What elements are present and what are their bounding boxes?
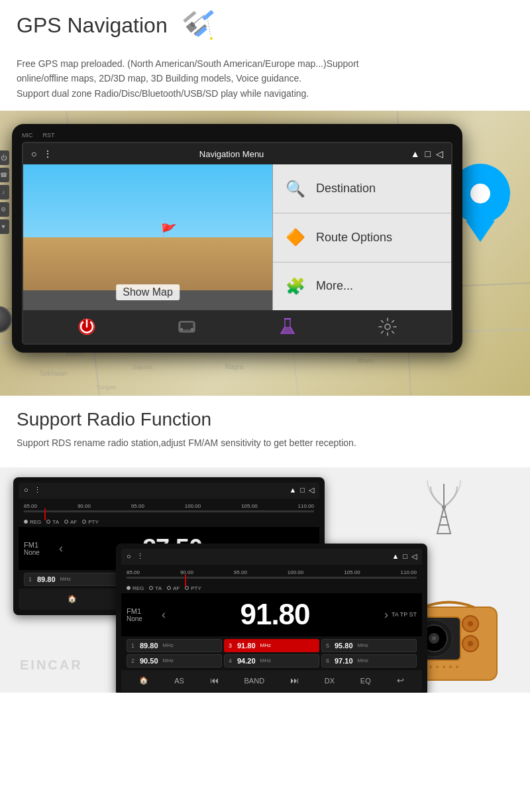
radio-unit-2: ○ ⋮ ▲ □ ◁ 85.00 90.00 95.00 100.00 — [116, 544, 427, 693]
svg-marker-31 — [437, 507, 450, 534]
gps-title: GPS Navigation — [17, 13, 168, 38]
svg-rect-1 — [183, 11, 196, 23]
r-circle-icon-2[interactable]: ○ — [127, 552, 131, 561]
freq2-label-85: 85.00 — [127, 569, 140, 575]
radio-description: Support RDS rename radio station,adjust … — [17, 435, 513, 450]
band-toolbar-btn[interactable]: BAND — [240, 675, 269, 686]
map-view[interactable]: 🚩 Show Map — [23, 164, 272, 310]
freq2-label-110: 110.00 — [400, 569, 416, 575]
svg-point-49 — [429, 666, 432, 668]
freq-label-85: 85.00 — [24, 503, 37, 509]
freq-label-110: 110.00 — [297, 503, 313, 509]
eincar-watermark-radio: EINCAR — [20, 658, 83, 673]
circle-nav-icon[interactable]: ○ — [31, 148, 36, 159]
more-icon: 🧩 — [283, 274, 308, 299]
eq-toolbar-btn[interactable]: EQ — [356, 675, 375, 686]
power-toolbar-icon[interactable] — [74, 314, 99, 339]
destination-label: Destination — [316, 182, 376, 196]
preset2-4-btn[interactable]: 4 94.20 MHz — [224, 654, 319, 667]
rst-label: RST — [43, 132, 55, 139]
more-label: More... — [316, 279, 353, 293]
gps-nav-bar: ○ ⋮ Navigation Menu ▲ □ ◁ — [23, 143, 451, 164]
more-menu-item[interactable]: 🧩 More... — [273, 262, 451, 311]
skip-fwd-btn[interactable]: ⏭ — [286, 674, 303, 687]
signal-tower-icon — [417, 477, 470, 540]
freq-marker-2 — [185, 575, 186, 587]
freq-bar-2: 85.00 90.00 95.00 100.00 105.00 110.00 — [121, 565, 422, 583]
r-menu-icon-2[interactable]: ⋮ — [136, 552, 144, 561]
return-btn[interactable]: ↩ — [393, 674, 408, 687]
svg-point-42 — [432, 636, 436, 640]
route-options-menu-item[interactable]: 🔶 Route Options — [273, 213, 451, 262]
freq-marker-1 — [44, 508, 46, 520]
destination-menu-item[interactable]: 🔍 Destination — [273, 164, 451, 213]
svg-point-8 — [210, 37, 213, 40]
preset2-5-btn[interactable]: 5 95.80 MHz — [321, 639, 417, 652]
r-circle-icon-1[interactable]: ○ — [24, 486, 28, 494]
r-triangle-icon-2[interactable]: ▲ — [392, 552, 399, 561]
back-nav-icon[interactable]: ◁ — [436, 148, 443, 159]
nav-title: Navigation Menu — [52, 149, 410, 159]
car-unit-gps: MIC RST ⏻ ☎ ♪ ⚙ ▼ ○ ⋮ Navigation Menu — [12, 124, 462, 353]
svg-point-44 — [468, 621, 473, 626]
freq2-label-90: 90.00 — [180, 569, 193, 575]
r-square-icon-1[interactable]: □ — [300, 486, 305, 494]
fm-tags-2: TA TP ST — [392, 611, 417, 618]
menu-nav-icon[interactable]: ⋮ — [43, 148, 52, 159]
svg-line-4 — [193, 15, 204, 25]
r-square-icon-2[interactable]: □ — [403, 552, 407, 561]
car-toolbar-icon[interactable] — [174, 314, 199, 339]
radio-options-2: REG TA AF PTY — [121, 583, 422, 593]
square-nav-icon[interactable]: □ — [425, 148, 431, 159]
freq-label-95: 95.00 — [131, 503, 144, 509]
r-back-icon-1[interactable]: ◁ — [309, 486, 314, 494]
preset2-1-btn[interactable]: 1 89.80 MHz — [127, 639, 222, 652]
preset2-3-btn[interactable]: 3 91.80 MHz — [224, 639, 319, 652]
skip-back-btn-2[interactable]: ⏮ — [206, 674, 223, 687]
r-back-icon-2[interactable]: ◁ — [411, 552, 417, 561]
r-menu-icon-1[interactable]: ⋮ — [34, 486, 41, 494]
home-toolbar-btn-1[interactable]: 🏠 — [64, 593, 81, 605]
freq-scale-1 — [24, 510, 314, 512]
mic-label: MIC — [22, 132, 33, 139]
home-toolbar-btn-2[interactable]: 🏠 — [135, 675, 152, 686]
gps-screen: ○ ⋮ Navigation Menu ▲ □ ◁ — [22, 142, 452, 345]
map-sky — [23, 164, 272, 237]
svg-rect-27 — [180, 328, 183, 331]
as-toolbar-btn-2[interactable]: AS — [170, 675, 188, 686]
fm-next-2[interactable]: › — [384, 608, 388, 622]
svg-point-36 — [442, 505, 446, 509]
svg-text:Sajuma: Sajuma — [132, 364, 153, 371]
preset2-2-btn[interactable]: 2 90.50 MHz — [127, 654, 222, 667]
freq2-label-100: 100.00 — [288, 569, 303, 575]
destination-icon: 🔍 — [283, 176, 308, 202]
svg-point-53 — [456, 666, 458, 668]
triangle-nav-icon[interactable]: ▲ — [411, 148, 420, 159]
freq2-label-105: 105.00 — [344, 569, 360, 575]
dx-toolbar-btn[interactable]: DX — [321, 675, 339, 686]
preset2-6-btn[interactable]: 6 97.10 MHz — [321, 654, 417, 667]
arrow-side-icon: ▼ — [1, 223, 7, 230]
settings-toolbar-icon[interactable] — [375, 314, 400, 339]
fm-prev-2[interactable]: ‹ — [162, 608, 166, 622]
svg-point-46 — [468, 641, 473, 646]
gps-description: Free GPS map preloaded. (North American/… — [17, 56, 513, 101]
svg-line-7 — [207, 18, 211, 36]
svg-text:Nagra: Nagra — [225, 363, 244, 371]
screen-toolbar — [23, 310, 451, 343]
show-map-button[interactable]: Show Map — [116, 284, 180, 300]
map-background-section: Sekhwan Kanho Sajuma Tungan Gagarpur Nag… — [0, 111, 530, 396]
freq-label-100: 100.00 — [185, 503, 201, 509]
preset-grid-2: 1 89.80 MHz 3 91.80 MHz 5 95.80 MHz 2 90… — [121, 636, 422, 670]
settings-side-icon: ⚙ — [1, 206, 6, 213]
fm-name-2: None — [127, 615, 156, 622]
radio-section: Support Radio Function Support RDS renam… — [0, 396, 530, 467]
satellite-icon — [174, 10, 221, 50]
flask-toolbar-icon[interactable] — [275, 314, 300, 339]
screen-content: 🚩 Show Map 🔍 Destination 🔶 Route Options — [23, 164, 451, 310]
fm-prev-1[interactable]: ‹ — [59, 542, 63, 555]
freq2-label-95: 95.00 — [234, 569, 247, 575]
freq-label-105: 105.00 — [241, 503, 257, 509]
r-triangle-icon-1[interactable]: ▲ — [289, 486, 296, 494]
freq-bar-1: 85.00 90.00 95.00 100.00 105.00 110.00 — [19, 498, 319, 517]
